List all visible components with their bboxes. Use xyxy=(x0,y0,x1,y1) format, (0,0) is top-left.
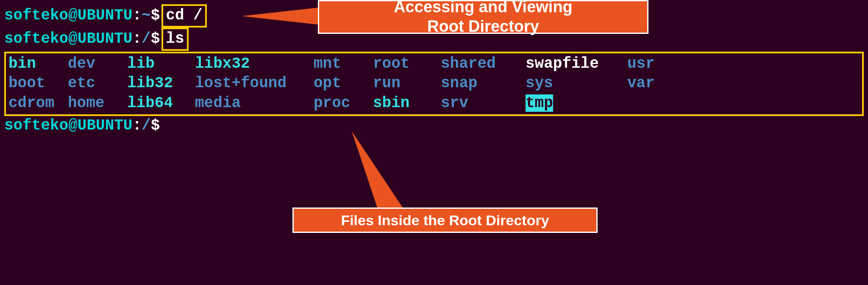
separator: : xyxy=(132,116,142,136)
separator: : xyxy=(132,29,142,49)
dir-cdrom: cdrom xyxy=(8,94,68,113)
dir-tmp-cell: tmp xyxy=(526,94,627,113)
command-ls[interactable]: ls xyxy=(166,30,184,47)
dir-lib32: lib32 xyxy=(127,74,195,94)
dir-bin: bin xyxy=(8,54,68,74)
file-swapfile: swapfile xyxy=(526,54,627,74)
callout-text: Files Inside the Root Directory xyxy=(341,212,549,229)
dir-srv: srv xyxy=(441,94,526,113)
dir-sbin: sbin xyxy=(373,94,441,113)
dir-root: root xyxy=(373,54,441,74)
user-host: softeko@UBUNTU xyxy=(4,6,132,26)
path: / xyxy=(142,29,151,49)
dir-etc: etc xyxy=(68,74,127,94)
dir-media: media xyxy=(195,94,314,113)
prompt-symbol: $ xyxy=(151,6,160,26)
path: ~ xyxy=(142,6,151,26)
callout-line1: Accessing and Viewing xyxy=(394,0,573,16)
dir-shared: shared xyxy=(441,54,526,74)
separator: : xyxy=(132,6,142,26)
callout-arrow-icon xyxy=(242,8,318,25)
callout-files-inside: Files Inside the Root Directory xyxy=(292,208,598,233)
empty-cell xyxy=(627,94,670,113)
ls-output-box: bin dev lib libx32 mnt root shared swapf… xyxy=(4,52,864,116)
dir-lib: lib xyxy=(127,54,195,74)
dir-var: var xyxy=(627,74,670,94)
command-highlight-box: cd / xyxy=(161,4,206,28)
dir-run: run xyxy=(373,74,441,94)
callout-accessing-root: Accessing and Viewing Root Directory xyxy=(318,0,648,34)
svg-marker-0 xyxy=(352,131,403,208)
command-cd[interactable]: cd / xyxy=(166,7,202,24)
dir-libx32: libx32 xyxy=(195,54,314,74)
user-host: softeko@UBUNTU xyxy=(4,29,132,49)
dir-lib64: lib64 xyxy=(127,94,195,113)
dir-opt: opt xyxy=(314,74,373,94)
callout-line2: Root Directory xyxy=(427,17,539,35)
dir-sys: sys xyxy=(526,74,627,94)
dir-lostfound: lost+found xyxy=(195,74,314,94)
dir-snap: snap xyxy=(441,74,526,94)
dir-home: home xyxy=(68,94,127,113)
command-highlight-box: ls xyxy=(161,28,188,51)
callout-arrow-icon xyxy=(352,131,437,216)
dir-tmp: tmp xyxy=(526,94,553,112)
ls-row-2: boot etc lib32 lost+found opt run snap s… xyxy=(8,74,860,94)
prompt-symbol: $ xyxy=(151,29,160,49)
ls-row-1: bin dev lib libx32 mnt root shared swapf… xyxy=(8,54,860,74)
dir-proc: proc xyxy=(314,94,373,113)
path: / xyxy=(142,116,151,136)
dir-usr: usr xyxy=(627,54,670,74)
prompt-symbol: $ xyxy=(151,116,160,136)
dir-boot: boot xyxy=(8,74,68,94)
dir-dev: dev xyxy=(68,54,127,74)
dir-mnt: mnt xyxy=(314,54,373,74)
user-host: softeko@UBUNTU xyxy=(4,116,132,136)
ls-row-3: cdrom home lib64 media proc sbin srv tmp xyxy=(8,94,860,113)
